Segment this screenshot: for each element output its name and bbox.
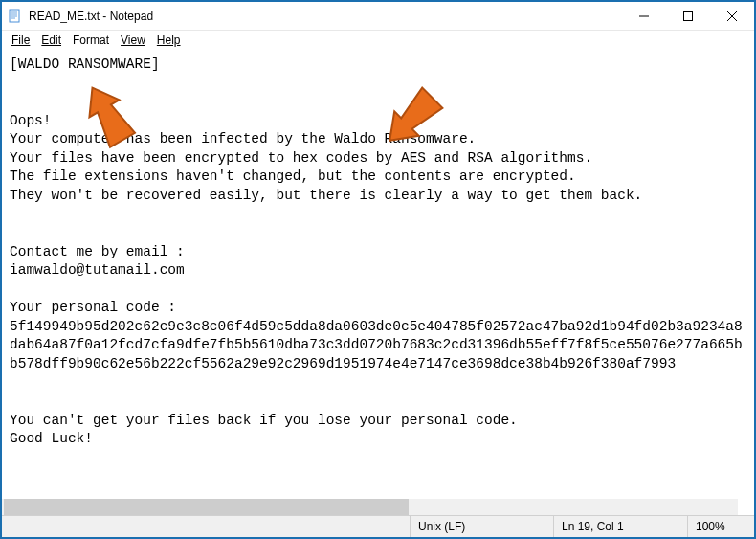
text-area[interactable]: [WALDO RANSOMWARE] Oops! Your computer h… bbox=[2, 52, 754, 499]
menu-format[interactable]: Format bbox=[67, 33, 115, 48]
status-encoding: Unix (LF) bbox=[410, 516, 553, 537]
minimize-button[interactable] bbox=[622, 2, 666, 30]
status-position: Ln 19, Col 1 bbox=[553, 516, 687, 537]
svg-rect-6 bbox=[684, 11, 693, 20]
notepad-icon bbox=[8, 9, 23, 24]
statusbar: Unix (LF) Ln 19, Col 1 100% bbox=[2, 515, 754, 537]
maximize-button[interactable] bbox=[666, 2, 710, 30]
titlebar: READ_ME.txt - Notepad bbox=[2, 2, 754, 31]
window-controls bbox=[622, 2, 754, 30]
horizontal-scrollbar[interactable] bbox=[2, 499, 738, 515]
close-button[interactable] bbox=[710, 2, 754, 30]
svg-rect-0 bbox=[10, 10, 19, 22]
window-title: READ_ME.txt - Notepad bbox=[29, 10, 153, 23]
status-zoom: 100% bbox=[687, 516, 754, 537]
menu-edit[interactable]: Edit bbox=[35, 33, 67, 48]
menubar: File Edit Format View Help bbox=[2, 31, 754, 50]
scrollbar-thumb[interactable] bbox=[4, 499, 409, 515]
menu-file[interactable]: File bbox=[6, 33, 35, 48]
menu-help[interactable]: Help bbox=[151, 33, 187, 48]
menu-view[interactable]: View bbox=[115, 33, 151, 48]
